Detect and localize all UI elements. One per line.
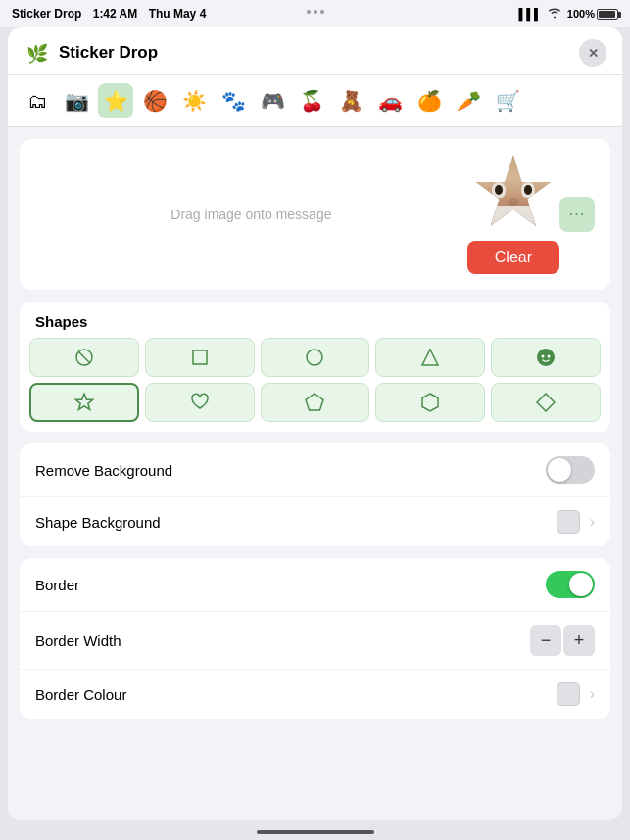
more-dots-icon: ··· <box>569 206 585 223</box>
remove-bg-toggle-knob <box>548 458 571 482</box>
border-colour-label: Border Colour <box>35 686 126 703</box>
svg-point-9 <box>548 355 551 358</box>
battery-icon: 100% <box>567 8 618 20</box>
face-shape-btn[interactable] <box>491 338 601 377</box>
svg-marker-10 <box>75 394 93 410</box>
shape-bg-label: Shape Background <box>35 514 161 531</box>
border-width-stepper: − + <box>530 625 595 656</box>
hexagon-btn[interactable] <box>375 383 485 422</box>
modal-title: Sticker Drop <box>59 43 158 63</box>
shape-bg-right: › <box>557 510 595 534</box>
shapes-label: Shapes <box>20 302 610 338</box>
no-shape-btn[interactable] <box>29 338 139 377</box>
wifi-icon <box>548 7 561 21</box>
modal-header: 🌿 Sticker Drop ✕ <box>8 27 622 75</box>
basketball-icon-btn[interactable]: 🏀 <box>137 83 172 118</box>
triangle-btn[interactable] <box>375 338 485 377</box>
cart-icon-btn[interactable]: 🛒 <box>490 83 525 118</box>
star-shape-btn[interactable] <box>29 383 139 422</box>
top-dots <box>307 10 324 14</box>
border-width-minus[interactable]: − <box>530 625 561 656</box>
border-width-plus[interactable]: + <box>563 625 595 656</box>
appearance-settings: Remove Background Shape Background › <box>20 443 610 546</box>
modal: 🌿 Sticker Drop ✕ 🗂 📷 ⭐ 🏀 ☀️ 🐾 🎮 🍒 🧸 🚗 🍊 … <box>8 27 622 820</box>
shape-bg-swatch[interactable] <box>557 510 580 534</box>
toolbar: 🗂 📷 ⭐ 🏀 ☀️ 🐾 🎮 🍒 🧸 🚗 🍊 🥕 🛒 <box>8 75 622 127</box>
svg-marker-12 <box>422 394 438 411</box>
heart-btn[interactable] <box>145 383 255 422</box>
image-preview-container: Clear <box>467 155 559 274</box>
border-toggle[interactable] <box>546 571 595 598</box>
signal-icon: ▌▌▌ <box>518 8 541 20</box>
border-colour-right: › <box>557 682 595 706</box>
close-button[interactable]: ✕ <box>579 39 606 67</box>
face-icon-btn[interactable]: 🍊 <box>412 83 447 118</box>
status-bar: Sticker Drop 1:42 AM Thu May 4 ▌▌▌ 100% <box>0 0 630 27</box>
remove-bg-row: Remove Background <box>20 443 610 497</box>
sun-icon-btn[interactable]: ☀️ <box>176 83 212 118</box>
svg-marker-11 <box>306 394 323 410</box>
border-colour-row: Border Colour › <box>20 670 610 719</box>
diamond-btn[interactable] <box>491 383 601 422</box>
more-button[interactable]: ··· <box>559 197 595 232</box>
app-icon: 🌿 <box>24 39 51 67</box>
pentagon-btn[interactable] <box>261 383 370 422</box>
border-settings: Border Border Width − + Border Colour › <box>20 558 610 719</box>
svg-text:🌿: 🌿 <box>26 43 49 65</box>
border-width-row: Border Width − + <box>20 612 610 670</box>
circle-btn[interactable] <box>261 338 370 377</box>
clear-button[interactable]: Clear <box>467 241 559 274</box>
app-name-status: Sticker Drop <box>12 7 81 21</box>
drag-hint: Drag image onto message <box>35 207 467 222</box>
border-label: Border <box>35 577 79 593</box>
folder-icon-btn[interactable]: 🗂 <box>20 83 55 118</box>
border-row: Border <box>20 558 610 612</box>
home-indicator <box>257 830 374 834</box>
svg-point-7 <box>537 349 555 366</box>
svg-marker-6 <box>422 350 438 365</box>
gamepad-icon-btn[interactable]: 🎮 <box>255 83 290 118</box>
shapes-section: Shapes <box>20 302 610 432</box>
shapes-grid <box>20 338 610 432</box>
svg-marker-13 <box>537 394 555 411</box>
remove-bg-label: Remove Background <box>35 462 172 479</box>
svg-point-5 <box>307 350 322 365</box>
star-preview <box>474 155 553 233</box>
svg-line-3 <box>78 351 90 363</box>
border-width-label: Border Width <box>35 632 121 649</box>
status-time: 1:42 AM <box>93 7 138 21</box>
main-content: Drag image onto message <box>8 127 622 820</box>
image-area: Drag image onto message <box>20 139 610 290</box>
bear-icon-btn[interactable]: 🧸 <box>333 83 368 118</box>
car-icon-btn[interactable]: 🚗 <box>372 83 408 118</box>
status-date: Thu May 4 <box>149 7 207 21</box>
cherry-icon-btn[interactable]: 🍒 <box>294 83 329 118</box>
border-colour-chevron: › <box>590 685 595 703</box>
camera-icon-btn[interactable]: 📷 <box>59 83 94 118</box>
svg-point-8 <box>542 355 545 358</box>
star-icon-btn[interactable]: ⭐ <box>98 83 133 118</box>
remove-bg-toggle[interactable] <box>546 456 595 484</box>
shape-bg-row: Shape Background › <box>20 497 610 546</box>
svg-rect-4 <box>193 350 207 364</box>
paw-icon-btn[interactable]: 🐾 <box>216 83 251 118</box>
border-toggle-knob <box>569 573 593 596</box>
shape-bg-chevron: › <box>590 513 595 531</box>
border-colour-swatch[interactable] <box>557 682 580 706</box>
square-btn[interactable] <box>145 338 255 377</box>
carrot-icon-btn[interactable]: 🥕 <box>451 83 486 118</box>
